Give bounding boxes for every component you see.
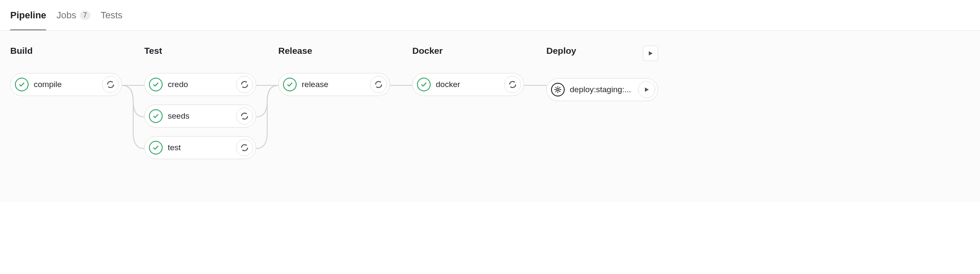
- success-check-icon: [149, 141, 163, 154]
- svg-point-0: [557, 88, 559, 90]
- jobs-count-badge: 7: [80, 11, 90, 20]
- retry-button[interactable]: [236, 76, 253, 93]
- stage-deploy: Deploy deploy:staging:...: [546, 46, 658, 159]
- retry-button[interactable]: [370, 76, 387, 93]
- play-button[interactable]: [638, 81, 655, 98]
- job-test[interactable]: test: [144, 136, 256, 159]
- success-check-icon: [283, 78, 297, 91]
- pipeline-graph: Build compile Test credo seeds: [0, 31, 980, 202]
- success-check-icon: [149, 78, 163, 91]
- retry-button[interactable]: [504, 76, 521, 93]
- tab-pipeline[interactable]: Pipeline: [10, 0, 46, 30]
- job-name: docker: [436, 80, 499, 89]
- stage-test: Test credo seeds test: [144, 46, 256, 159]
- job-name: deploy:staging:...: [570, 85, 633, 94]
- job-name: release: [302, 80, 365, 89]
- play-all-manual-button[interactable]: [643, 46, 658, 61]
- tab-label: Jobs: [56, 10, 76, 21]
- stage-title: Deploy: [546, 46, 576, 56]
- success-check-icon: [149, 109, 163, 123]
- job-name: credo: [168, 80, 231, 89]
- tab-bar: Pipeline Jobs 7 Tests: [0, 0, 980, 31]
- job-credo[interactable]: credo: [144, 73, 256, 96]
- job-docker[interactable]: docker: [412, 73, 524, 96]
- job-release[interactable]: release: [278, 73, 390, 96]
- success-check-icon: [15, 78, 29, 91]
- job-seeds[interactable]: seeds: [144, 105, 256, 128]
- manual-gear-icon: [551, 83, 565, 96]
- stage-title: Release: [278, 46, 390, 56]
- tab-label: Tests: [101, 10, 122, 21]
- job-name: compile: [34, 80, 97, 89]
- tab-jobs[interactable]: Jobs 7: [56, 0, 90, 30]
- retry-button[interactable]: [102, 76, 119, 93]
- job-deploy-staging[interactable]: deploy:staging:...: [546, 78, 658, 101]
- stage-build: Build compile: [10, 46, 122, 159]
- job-name: seeds: [168, 111, 231, 121]
- stage-release: Release release: [278, 46, 390, 159]
- job-name: test: [168, 143, 231, 152]
- stage-title: Docker: [412, 46, 524, 56]
- job-compile[interactable]: compile: [10, 73, 122, 96]
- tab-tests[interactable]: Tests: [101, 0, 122, 30]
- retry-button[interactable]: [236, 108, 253, 125]
- retry-button[interactable]: [236, 139, 253, 156]
- success-check-icon: [417, 78, 431, 91]
- stage-docker: Docker docker: [412, 46, 524, 159]
- tab-label: Pipeline: [10, 10, 46, 21]
- stage-title: Build: [10, 46, 122, 56]
- stage-title: Test: [144, 46, 256, 56]
